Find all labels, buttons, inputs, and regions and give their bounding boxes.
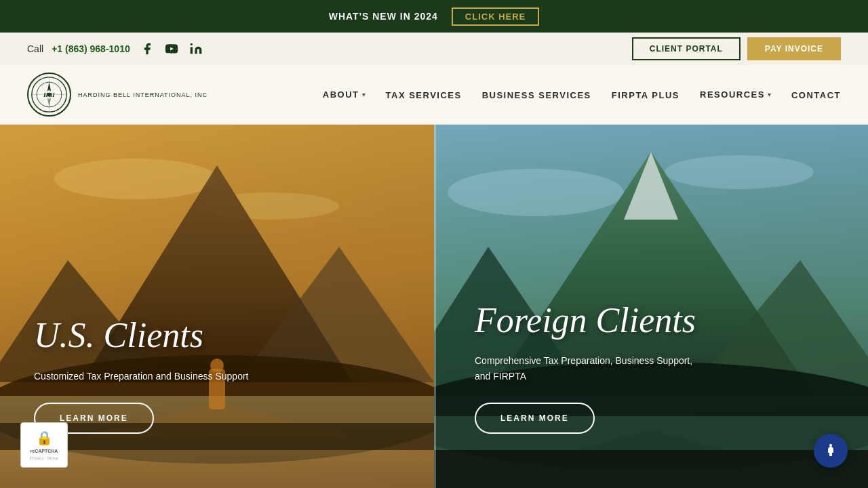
svg-point-13 xyxy=(54,159,217,199)
svg-text:HBI: HBI xyxy=(43,92,55,98)
nav-links: ABOUT ▾ TAX SERVICES BUSINESS SERVICES F… xyxy=(323,89,841,101)
main-nav: HBI Harding Bell International, Inc ABOU… xyxy=(0,65,868,125)
facebook-icon[interactable] xyxy=(138,40,156,58)
hero-title-us: U.S. Clients xyxy=(34,316,248,354)
hero-subtitle-foreign: Comprehensive Tax Preparation, Business … xyxy=(475,353,705,384)
phone-link[interactable]: +1 (863) 968-1010 xyxy=(52,43,130,54)
click-here-button[interactable]: CLICK HERE xyxy=(452,7,539,26)
nav-resources-link[interactable]: RESOURCES xyxy=(700,89,765,100)
nav-firpta-link[interactable]: FIRPTA PLUS xyxy=(612,90,679,100)
recaptcha-badge: 🔒 reCAPTCHA Privacy · Terms xyxy=(20,422,68,468)
hero-subtitle-us: Customized Tax Preparation and Business … xyxy=(34,369,248,384)
nav-item-contact[interactable]: CONTACT xyxy=(791,89,841,101)
svg-point-26 xyxy=(665,155,814,189)
nav-item-firpta[interactable]: FIRPTA PLUS xyxy=(612,89,679,101)
announcement-text: WHAT'S NEW IN 2024 xyxy=(329,11,438,22)
recaptcha-icon: 🔒 xyxy=(36,430,53,446)
hero-divider xyxy=(434,125,436,488)
call-label: Call xyxy=(27,43,43,54)
nav-about-link[interactable]: ABOUT xyxy=(323,89,359,100)
hero-panel-foreign: Foreign Clients Comprehensive Tax Prepar… xyxy=(434,125,868,488)
hero-title-foreign: Foreign Clients xyxy=(475,301,705,340)
announcement-bar: WHAT'S NEW IN 2024 CLICK HERE xyxy=(0,0,868,33)
recaptcha-label: reCAPTCHA xyxy=(31,449,58,453)
hero-section: U.S. Clients Customized Tax Preparation … xyxy=(0,125,868,488)
logo-subtitle: Harding Bell International, Inc xyxy=(78,92,208,98)
linkedin-icon[interactable] xyxy=(187,40,205,58)
recaptcha-links: Privacy · Terms xyxy=(31,456,58,460)
hero-content-foreign: Foreign Clients Comprehensive Tax Prepar… xyxy=(475,301,705,434)
logo-text: Harding Bell International, Inc xyxy=(78,92,208,98)
svg-point-35 xyxy=(829,444,832,447)
social-icons xyxy=(138,40,205,58)
nav-tax-link[interactable]: TAX SERVICES xyxy=(386,90,462,100)
client-portal-button[interactable]: CLIENT PORTAL xyxy=(632,37,741,60)
hero-content-us: U.S. Clients Customized Tax Preparation … xyxy=(34,316,248,434)
learn-more-foreign-button[interactable]: LEARN MORE xyxy=(475,403,595,434)
chevron-down-icon: ▾ xyxy=(362,91,366,98)
contact-right: CLIENT PORTAL PAY INVOICE xyxy=(632,37,841,60)
nav-item-tax[interactable]: TAX SERVICES xyxy=(386,89,462,101)
svg-point-1 xyxy=(190,43,192,45)
contact-bar: Call +1 (863) 968-1010 CL xyxy=(0,33,868,65)
nav-contact-link[interactable]: CONTACT xyxy=(791,90,841,100)
svg-point-25 xyxy=(448,169,624,216)
pay-invoice-button[interactable]: PAY INVOICE xyxy=(747,37,841,60)
contact-left: Call +1 (863) 968-1010 xyxy=(27,40,205,58)
nav-business-link[interactable]: BUSINESS SERVICES xyxy=(482,90,591,100)
nav-item-business[interactable]: BUSINESS SERVICES xyxy=(482,89,591,101)
svg-rect-34 xyxy=(434,450,868,488)
youtube-icon[interactable] xyxy=(163,40,180,58)
accessibility-button[interactable] xyxy=(814,434,848,468)
chevron-down-icon: ▾ xyxy=(768,91,771,98)
nav-item-about[interactable]: ABOUT ▾ xyxy=(323,89,366,100)
logo[interactable]: HBI Harding Bell International, Inc xyxy=(27,73,208,117)
logo-circle: HBI xyxy=(27,73,71,117)
nav-item-resources[interactable]: RESOURCES ▾ xyxy=(700,89,771,100)
